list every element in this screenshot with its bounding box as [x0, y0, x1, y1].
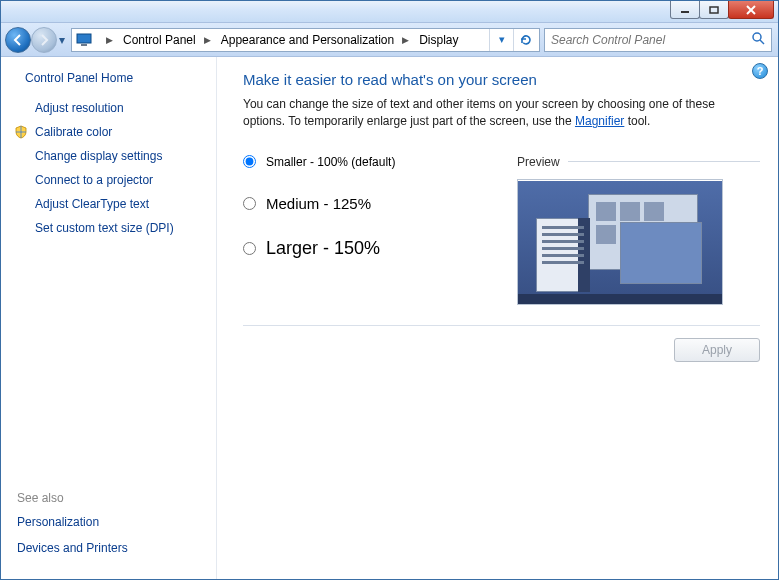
search-icon[interactable]	[751, 31, 765, 48]
refresh-button[interactable]	[513, 29, 537, 51]
apply-button[interactable]: Apply	[674, 338, 760, 362]
sidebar-link[interactable]: Change display settings	[13, 149, 204, 163]
navigation-bar: ▾ ▶ Control Panel ▶ Appearance and Perso…	[1, 23, 778, 57]
text-size-radio[interactable]	[243, 155, 256, 168]
sidebar-link-label[interactable]: Change display settings	[35, 149, 162, 163]
main-content: ? Make it easier to read what's on your …	[217, 57, 778, 579]
recent-pages-dropdown[interactable]: ▾	[57, 30, 67, 50]
window-titlebar	[1, 1, 778, 23]
text-size-label: Larger - 150%	[266, 238, 380, 259]
breadcrumb-item[interactable]: Appearance and Personalization ▶	[217, 29, 415, 51]
text-size-option[interactable]: Smaller - 100% (default)	[243, 155, 503, 169]
sidebar-link[interactable]: Adjust resolution	[13, 101, 204, 115]
see-also-devices-printers[interactable]: Devices and Printers	[17, 541, 204, 555]
chevron-right-icon: ▶	[106, 35, 113, 45]
breadcrumb-item[interactable]: ▶	[94, 29, 119, 51]
text-size-radio[interactable]	[243, 242, 256, 255]
breadcrumb-item[interactable]: Control Panel ▶	[119, 29, 217, 51]
divider	[243, 325, 760, 326]
maximize-button[interactable]	[699, 1, 729, 19]
search-input[interactable]	[551, 33, 747, 47]
sidebar-link-label[interactable]: Set custom text size (DPI)	[35, 221, 174, 235]
preview-label: Preview	[517, 155, 560, 169]
sidebar-link[interactable]: Connect to a projector	[13, 173, 204, 187]
text-size-label: Smaller - 100% (default)	[266, 155, 395, 169]
close-button[interactable]	[728, 1, 774, 19]
text-size-option[interactable]: Medium - 125%	[243, 195, 503, 212]
svg-rect-5	[81, 44, 87, 46]
address-bar[interactable]: ▶ Control Panel ▶ Appearance and Persona…	[71, 28, 540, 52]
see-also-personalization[interactable]: Personalization	[17, 515, 204, 529]
window-controls	[671, 1, 774, 19]
sidebar-link[interactable]: Calibrate color	[13, 125, 204, 139]
see-also-section: See also Personalization Devices and Pri…	[13, 491, 204, 567]
sidebar: Control Panel Home Adjust resolutionCali…	[1, 57, 217, 579]
text-size-option[interactable]: Larger - 150%	[243, 238, 503, 259]
page-heading: Make it easier to read what's on your sc…	[243, 71, 760, 88]
chevron-right-icon: ▶	[204, 35, 211, 45]
svg-rect-4	[77, 34, 91, 43]
forward-button[interactable]	[31, 27, 57, 53]
breadcrumb-label: Control Panel	[123, 33, 196, 47]
divider	[568, 161, 760, 162]
help-button[interactable]: ?	[752, 63, 768, 79]
preview-image	[517, 179, 723, 305]
sidebar-link-label[interactable]: Adjust resolution	[35, 101, 124, 115]
sidebar-link[interactable]: Adjust ClearType text	[13, 197, 204, 211]
chevron-right-icon: ▶	[402, 35, 409, 45]
breadcrumb-label: Appearance and Personalization	[221, 33, 394, 47]
minimize-button[interactable]	[670, 1, 700, 19]
svg-point-6	[753, 33, 761, 41]
svg-line-7	[760, 40, 764, 44]
control-panel-home-link[interactable]: Control Panel Home	[25, 71, 204, 85]
sidebar-link[interactable]: Set custom text size (DPI)	[13, 221, 204, 235]
monitor-icon	[74, 33, 94, 47]
svg-rect-1	[710, 7, 718, 13]
see-also-heading: See also	[17, 491, 204, 505]
magnifier-link[interactable]: Magnifier	[575, 114, 624, 128]
page-description: You can change the size of text and othe…	[243, 96, 753, 131]
sidebar-link-label[interactable]: Adjust ClearType text	[35, 197, 149, 211]
sidebar-link-label[interactable]: Connect to a projector	[35, 173, 153, 187]
search-box[interactable]	[544, 28, 772, 52]
shield-icon	[13, 125, 29, 139]
breadcrumb-label: Display	[419, 33, 458, 47]
back-button[interactable]	[5, 27, 31, 53]
sidebar-link-label[interactable]: Calibrate color	[35, 125, 112, 139]
address-dropdown-button[interactable]: ▾	[489, 29, 513, 51]
breadcrumb-item[interactable]: Display	[415, 29, 464, 51]
text-size-label: Medium - 125%	[266, 195, 371, 212]
text-size-radio[interactable]	[243, 197, 256, 210]
